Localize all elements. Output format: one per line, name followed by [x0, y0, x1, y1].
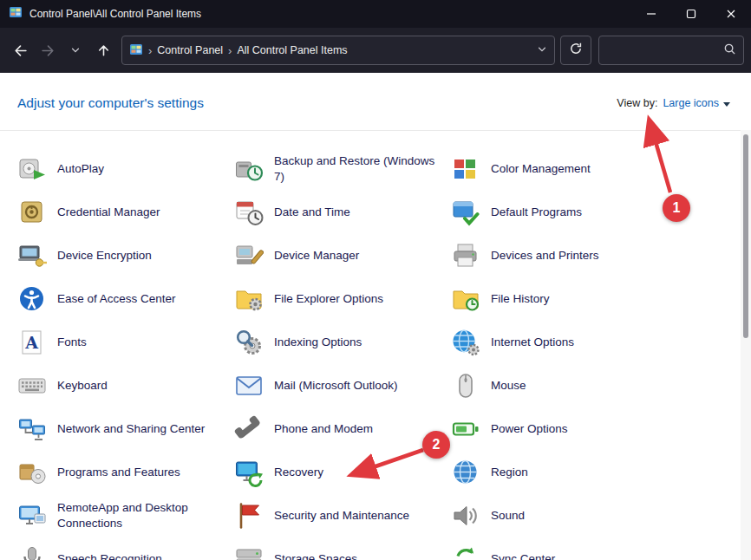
control-panel-item[interactable]: Indexing Options	[234, 321, 451, 364]
device-encryption-icon	[17, 241, 47, 270]
control-panel-item[interactable]: Recovery	[234, 451, 451, 494]
control-panel-item[interactable]: Color Management	[451, 147, 668, 191]
breadcrumb: ›Control Panel›All Control Panel Items	[148, 44, 348, 57]
control-panel-item[interactable]: Device Encryption	[17, 234, 234, 277]
view-by-label: View by:	[617, 97, 657, 109]
control-panel-item[interactable]: Security and Maintenance	[234, 494, 451, 537]
navigation-bar: ›Control Panel›All Control Panel Items	[0, 28, 751, 73]
remoteapp-icon	[17, 501, 47, 531]
view-by-dropdown[interactable]: Large icons	[663, 97, 730, 109]
recent-locations-icon[interactable]	[62, 37, 88, 63]
address-bar[interactable]: ›Control Panel›All Control Panel Items	[121, 36, 555, 65]
file-explorer-options-icon	[234, 284, 264, 314]
annotation-step-1: 1	[663, 194, 690, 222]
item-label: Recovery	[274, 465, 323, 480]
item-label: Internet Options	[491, 335, 574, 350]
up-icon[interactable]	[90, 37, 116, 63]
scrollbar-track[interactable]	[741, 130, 751, 560]
chevron-down-icon	[723, 102, 730, 107]
item-label: Ease of Access Center	[57, 291, 176, 307]
control-panel-item[interactable]: Mail (Microsoft Outlook)	[234, 364, 451, 407]
control-panel-item[interactable]: Devices and Printers	[451, 234, 668, 277]
search-box[interactable]	[598, 36, 744, 65]
phone-modem-icon	[234, 414, 264, 444]
power-options-icon	[451, 414, 480, 444]
header-separator	[0, 130, 741, 131]
close-icon[interactable]	[711, 0, 751, 28]
item-label: Device Manager	[274, 248, 359, 264]
item-label: Sound	[491, 508, 525, 524]
minimize-icon[interactable]	[631, 0, 671, 28]
content-area: Adjust your computer's settings View by:…	[0, 73, 751, 560]
search-icon[interactable]	[723, 42, 736, 59]
breadcrumb-item[interactable]: All Control Panel Items	[237, 44, 347, 56]
file-history-icon	[451, 284, 480, 314]
scrollbar-thumb[interactable]	[743, 134, 748, 338]
item-label: Credential Manager	[57, 205, 160, 220]
control-panel-item[interactable]: AutoPlay	[17, 147, 234, 191]
item-label: File Explorer Options	[274, 291, 383, 307]
control-panel-item[interactable]: Date and Time	[234, 191, 451, 234]
annotation-step-2: 2	[422, 431, 450, 459]
credential-manager-icon	[17, 198, 47, 227]
item-label: Fonts	[57, 335, 87, 350]
item-label: Devices and Printers	[491, 248, 599, 264]
security-maintenance-icon	[234, 501, 264, 531]
control-panel-item[interactable]: Speech Recognition	[17, 537, 234, 560]
search-input[interactable]	[606, 44, 723, 56]
item-label: Date and Time	[274, 205, 350, 220]
control-panel-item[interactable]: Keyboard	[17, 364, 234, 407]
item-label: Sync Center	[491, 551, 555, 560]
control-panel-item[interactable]: Network and Sharing Center	[17, 407, 234, 451]
item-label: Network and Sharing Center	[57, 421, 205, 437]
breadcrumb-separator-icon: ›	[228, 44, 232, 57]
titlebar: Control Panel\All Control Panel Items	[0, 0, 751, 28]
control-panel-item[interactable]: Internet Options	[451, 321, 668, 364]
fonts-icon: A	[17, 328, 47, 357]
control-panel-item[interactable]: Power Options	[451, 407, 668, 451]
control-panel-icon	[9, 5, 23, 23]
address-dropdown-icon[interactable]	[537, 44, 547, 57]
window-title: Control Panel\All Control Panel Items	[29, 8, 201, 20]
control-panel-item[interactable]: Ease of Access Center	[17, 277, 234, 321]
indexing-options-icon	[234, 328, 264, 357]
view-by-value: Large icons	[663, 97, 719, 109]
breadcrumb-item[interactable]: Control Panel	[157, 44, 223, 56]
svg-text:A: A	[24, 333, 38, 352]
item-label: Security and Maintenance	[274, 508, 409, 524]
item-label: Mouse	[491, 378, 526, 394]
control-panel-item[interactable]: Region	[451, 451, 668, 494]
control-panel-item[interactable]: Mouse	[451, 364, 668, 407]
back-icon[interactable]	[7, 37, 33, 63]
control-panel-item[interactable]: Phone and Modem	[234, 407, 451, 451]
default-programs-icon	[451, 198, 480, 227]
maximize-icon[interactable]	[671, 0, 711, 28]
devices-printers-icon	[451, 241, 480, 270]
control-panel-item[interactable]: File History	[451, 277, 668, 321]
refresh-button[interactable]	[560, 36, 591, 65]
control-panel-item[interactable]: Credential Manager	[17, 191, 234, 234]
forward-icon[interactable]	[35, 37, 61, 63]
backup-restore-icon	[234, 154, 264, 184]
control-panel-item[interactable]: RemoteApp and Desktop Connections	[17, 494, 234, 537]
control-panel-item[interactable]: A Fonts	[17, 321, 234, 364]
item-label: Backup and Restore (Windows 7)	[274, 153, 435, 184]
page-title: Adjust your computer's settings	[17, 95, 204, 111]
control-panel-item[interactable]: Device Manager	[234, 234, 451, 277]
item-label: Keyboard	[57, 378, 108, 394]
control-panel-item[interactable]: Programs and Features	[17, 451, 234, 494]
network-sharing-icon	[17, 414, 47, 444]
control-panel-item[interactable]: Backup and Restore (Windows 7)	[234, 147, 451, 191]
storage-spaces-icon	[234, 544, 264, 560]
item-label: File History	[491, 291, 550, 307]
control-panel-item[interactable]: Sound	[451, 494, 668, 537]
item-label: Storage Spaces	[274, 551, 357, 560]
control-panel-item[interactable]: Storage Spaces	[234, 537, 451, 560]
control-panel-item[interactable]: File Explorer Options	[234, 277, 451, 321]
control-panel-item[interactable]: Default Programs	[451, 191, 668, 234]
refresh-icon	[569, 42, 583, 59]
item-label: Power Options	[491, 421, 568, 437]
item-label: Indexing Options	[274, 335, 362, 350]
window-controls	[631, 0, 751, 28]
control-panel-item[interactable]: Sync Center	[451, 537, 668, 560]
